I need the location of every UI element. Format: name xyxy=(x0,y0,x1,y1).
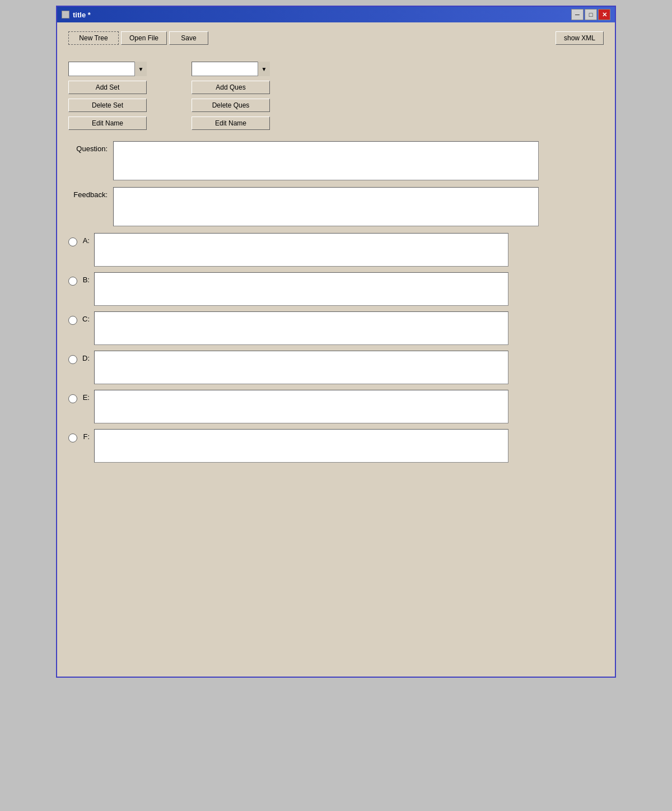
answer-row-e: E: xyxy=(68,390,604,423)
answer-radio-a[interactable] xyxy=(68,237,77,246)
maximize-button[interactable]: □ xyxy=(585,9,597,20)
show-xml-button[interactable]: show XML xyxy=(556,31,604,45)
set-dropdown[interactable] xyxy=(68,62,147,76)
answer-radio-e[interactable] xyxy=(68,394,77,403)
answer-label-b: B: xyxy=(77,272,94,284)
answer-radio-c[interactable] xyxy=(68,316,77,325)
delete-set-button[interactable]: Delete Set xyxy=(68,99,147,112)
ques-dropdown[interactable] xyxy=(192,62,270,76)
answer-label-e: E: xyxy=(77,390,94,402)
answer-textarea-e[interactable] xyxy=(94,390,508,423)
answer-label-f: F: xyxy=(77,429,94,441)
main-window: title * ─ □ ✕ New Tree Open File Save sh… xyxy=(56,6,616,678)
answer-row-b: B: xyxy=(68,272,604,306)
question-textarea[interactable] xyxy=(113,141,539,180)
feedback-row: Feedback: xyxy=(68,187,604,226)
window-title: title * xyxy=(73,11,91,19)
question-label: Question: xyxy=(68,141,113,153)
title-bar-buttons: ─ □ ✕ xyxy=(571,9,610,20)
answer-label-c: C: xyxy=(77,311,94,323)
answer-textarea-a[interactable] xyxy=(94,233,508,267)
save-button[interactable]: Save xyxy=(169,31,208,45)
answer-radio-f[interactable] xyxy=(68,434,77,442)
answer-label-d: D: xyxy=(77,351,94,362)
add-set-button[interactable]: Add Set xyxy=(68,81,147,94)
feedback-textarea[interactable] xyxy=(113,187,539,226)
new-tree-button[interactable]: New Tree xyxy=(68,31,119,45)
answer-textarea-f[interactable] xyxy=(94,429,508,463)
answer-radio-d[interactable] xyxy=(68,355,77,364)
edit-name-set-button[interactable]: Edit Name xyxy=(68,116,147,130)
answer-row-f: F: xyxy=(68,429,604,463)
question-row: Question: xyxy=(68,141,604,180)
window-icon xyxy=(62,11,69,18)
set-dropdown-wrapper: ▼ xyxy=(68,62,147,76)
title-bar-left: title * xyxy=(62,11,91,19)
answer-row-d: D: xyxy=(68,351,604,384)
answer-textarea-d[interactable] xyxy=(94,351,508,384)
toolbar: New Tree Open File Save show XML xyxy=(68,31,604,45)
add-ques-button[interactable]: Add Ques xyxy=(192,81,270,94)
minimize-button[interactable]: ─ xyxy=(571,9,584,20)
controls-section: ▼ Add Set Delete Set Edit Name ▼ Add Que… xyxy=(68,62,604,130)
answer-row-c: C: xyxy=(68,311,604,345)
answer-radio-b[interactable] xyxy=(68,277,77,286)
form-section: Question: Feedback: A: B: C: xyxy=(68,141,604,463)
answer-textarea-b[interactable] xyxy=(94,272,508,306)
ques-control-group: ▼ Add Ques Delete Ques Edit Name xyxy=(192,62,270,130)
delete-ques-button[interactable]: Delete Ques xyxy=(192,99,270,112)
set-control-group: ▼ Add Set Delete Set Edit Name xyxy=(68,62,147,130)
ques-dropdown-wrapper: ▼ xyxy=(192,62,270,76)
answer-textarea-c[interactable] xyxy=(94,311,508,345)
answer-row-a: A: xyxy=(68,233,604,267)
answer-label-a: A: xyxy=(77,233,94,245)
edit-name-ques-button[interactable]: Edit Name xyxy=(192,116,270,130)
content-area: New Tree Open File Save show XML ▼ Add S… xyxy=(57,22,615,477)
open-file-button[interactable]: Open File xyxy=(121,31,167,45)
title-bar: title * ─ □ ✕ xyxy=(57,7,615,22)
feedback-label: Feedback: xyxy=(68,187,113,199)
close-button[interactable]: ✕ xyxy=(598,9,610,20)
